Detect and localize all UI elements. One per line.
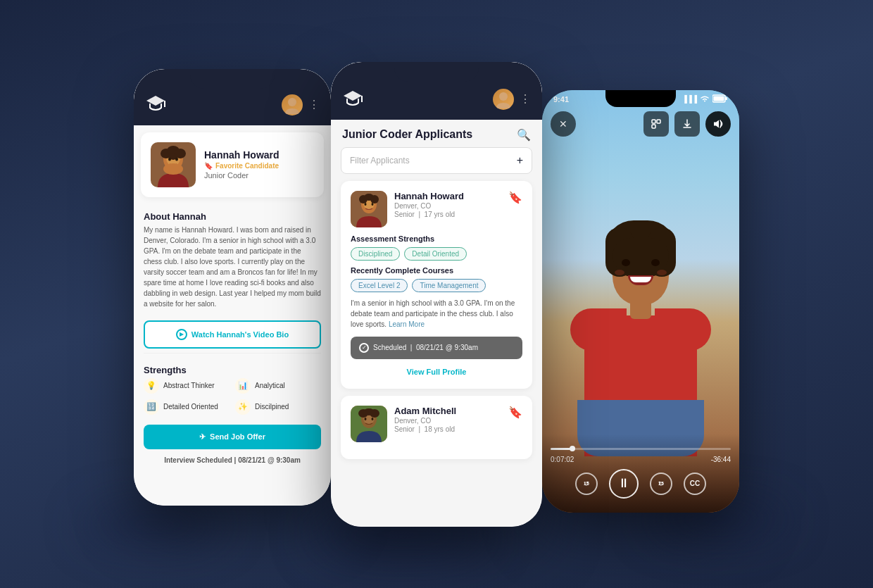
send-icon: ✈ — [199, 432, 206, 442]
svg-point-28 — [365, 418, 367, 420]
disciplined-icon: ✨ — [235, 399, 251, 415]
check-icon: ✓ — [359, 343, 369, 353]
download-btn[interactable] — [674, 111, 700, 137]
phone-video: 9:41 ▐▐▐ — [542, 90, 739, 513]
scheduled-btn: ✓ Scheduled | 08/21/21 @ 9:30am — [351, 337, 522, 359]
time-row: 0:07:02 -36:44 — [551, 456, 731, 463]
svg-point-29 — [372, 418, 374, 420]
adam-name: Adam Mitchell — [394, 406, 501, 416]
video-time: 9:41 — [553, 95, 569, 104]
hannah-bookmark[interactable]: 🔖 — [508, 191, 522, 204]
about-title: About Hannah — [134, 204, 331, 225]
applicant-info-adam: Adam Mitchell Denver, CO Senior | 18 yrs… — [394, 406, 501, 433]
tag-excel: Excel Level 2 — [351, 279, 408, 292]
adam-bookmark[interactable]: 🔖 — [508, 406, 522, 419]
profile-role: Junior Coder — [204, 171, 280, 180]
profile-card: Hannah Howard 🔖 Favorite Candidate Junio… — [141, 132, 324, 197]
list-page-title: Junior Coder Applicants — [342, 128, 472, 141]
svg-point-1 — [288, 98, 296, 106]
expand-btn[interactable] — [643, 111, 669, 137]
filter-label: Filter Applicants — [350, 156, 410, 165]
applicant-avatar-adam — [351, 406, 387, 442]
svg-point-13 — [499, 92, 508, 101]
applicant-card-adam[interactable]: Adam Mitchell Denver, CO Senior | 18 yrs… — [341, 396, 532, 459]
svg-point-10 — [175, 157, 178, 161]
filter-row[interactable]: Filter Applicants + — [341, 147, 532, 174]
profile-scroll-content[interactable]: Hannah Howard 🔖 Favorite Candidate Junio… — [134, 125, 331, 506]
progress-dot — [570, 446, 575, 451]
courses-label: Recently Complete Courses — [351, 266, 522, 275]
about-text: My name is Hannah Howard. I was born and… — [134, 225, 331, 316]
video-status-bar: 9:41 ▐▐▐ — [542, 94, 739, 104]
tag-detail-oriented: Detail Oriented — [404, 247, 467, 261]
user-avatar-1[interactable] — [282, 94, 303, 115]
phone-notch-2 — [394, 62, 479, 82]
applicant-info-hannah: Hannah Howard Denver, CO Senior | 17 yrs… — [394, 191, 501, 218]
profile-avatar — [151, 142, 196, 187]
assessment-tags: Disciplined Detail Oriented — [351, 247, 522, 261]
video-btn-label: Watch Hannah's Video Bio — [191, 330, 289, 339]
playback-controls: ↺ 15 ⏸ ↻ 15 CC — [551, 469, 731, 499]
strength-analytical: 📊 Analytical — [235, 378, 321, 394]
applicant-card-hannah[interactable]: Hannah Howard Denver, CO Senior | 17 yrs… — [341, 181, 532, 389]
strength-label-4: Discilpined — [255, 403, 289, 411]
app-logo-1 — [145, 94, 166, 115]
svg-rect-33 — [652, 120, 655, 123]
svg-rect-31 — [714, 96, 724, 101]
hannah-grade: Senior | 17 yrs old — [394, 211, 501, 218]
hannah-location: Denver, CO — [394, 202, 501, 210]
abstract-icon: 💡 — [144, 378, 159, 394]
strength-label-3: Detailed Oriented — [163, 403, 218, 411]
menu-dots-1[interactable]: ⋮ — [308, 98, 320, 111]
svg-point-20 — [365, 203, 367, 206]
phone-list: ⋮ Junior Coder Applicants 🔍 Filter Appli… — [331, 62, 542, 527]
filter-plus-btn[interactable]: + — [517, 154, 523, 167]
strength-detailed: 🔢 Detailed Oriented — [144, 399, 230, 415]
close-video-btn[interactable]: ✕ — [551, 111, 576, 137]
signal-icon: ▐▐▐ — [682, 95, 697, 103]
header-right-1: ⋮ — [282, 94, 320, 115]
hannah-bio: I'm a senior in high school with a 3.0 G… — [351, 298, 522, 330]
progress-bar[interactable] — [551, 448, 731, 450]
send-offer-button[interactable]: ✈ Send Job Offer — [144, 425, 321, 449]
svg-point-21 — [372, 203, 374, 206]
svg-rect-34 — [657, 120, 660, 123]
svg-point-9 — [168, 157, 171, 161]
status-icons: ▐▐▐ — [682, 94, 728, 104]
assessment-label: Assessment Strengths — [351, 234, 522, 243]
forward-btn[interactable]: ↻ 15 — [650, 473, 672, 495]
menu-dots-2[interactable]: ⋮ — [520, 92, 531, 106]
captions-btn[interactable]: CC — [684, 473, 706, 495]
search-icon-btn[interactable]: 🔍 — [517, 128, 531, 142]
svg-point-27 — [370, 409, 379, 418]
strength-abstract: 💡 Abstract Thinker — [144, 378, 230, 394]
pause-btn[interactable]: ⏸ — [609, 469, 639, 499]
rewind-btn[interactable]: ↺ 15 — [575, 473, 598, 495]
strengths-grid: 💡 Abstract Thinker 📊 Analytical 🔢 Detail… — [134, 378, 331, 422]
bookmark-icon: 🔖 — [204, 162, 213, 170]
sound-btn[interactable] — [705, 111, 731, 137]
video-bio-button[interactable]: ▶ Watch Hannah's Video Bio — [144, 320, 321, 349]
detailed-icon: 🔢 — [144, 399, 159, 415]
strength-label-1: Abstract Thinker — [163, 382, 215, 389]
phones-container: ⋮ — [134, 62, 739, 527]
applicant-top-adam: Adam Mitchell Denver, CO Senior | 18 yrs… — [351, 406, 522, 442]
svg-point-19 — [370, 195, 379, 204]
applicants-list[interactable]: Junior Coder Applicants 🔍 Filter Applica… — [331, 120, 542, 527]
user-avatar-2[interactable] — [493, 89, 514, 110]
interview-scheduled-text: Interview Scheduled | 08/21/21 @ 9:30am — [134, 452, 331, 473]
elapsed-time: 0:07:02 — [551, 456, 574, 463]
top-controls-group — [643, 111, 731, 137]
wifi-icon — [700, 95, 710, 104]
adam-location: Denver, CO — [394, 417, 501, 425]
adam-grade: Senior | 18 yrs old — [394, 425, 501, 433]
hannah-name: Hannah Howard — [394, 191, 501, 201]
courses-tags: Excel Level 2 Time Management — [351, 279, 522, 292]
svg-rect-32 — [725, 97, 727, 100]
learn-more-link[interactable]: Learn More — [389, 320, 425, 328]
analytical-icon: 📊 — [235, 378, 251, 394]
divider-1 — [144, 353, 321, 354]
view-profile-link[interactable]: View Full Profile — [351, 365, 522, 379]
svg-rect-35 — [652, 125, 655, 128]
send-offer-label: Send Job Offer — [210, 432, 265, 441]
